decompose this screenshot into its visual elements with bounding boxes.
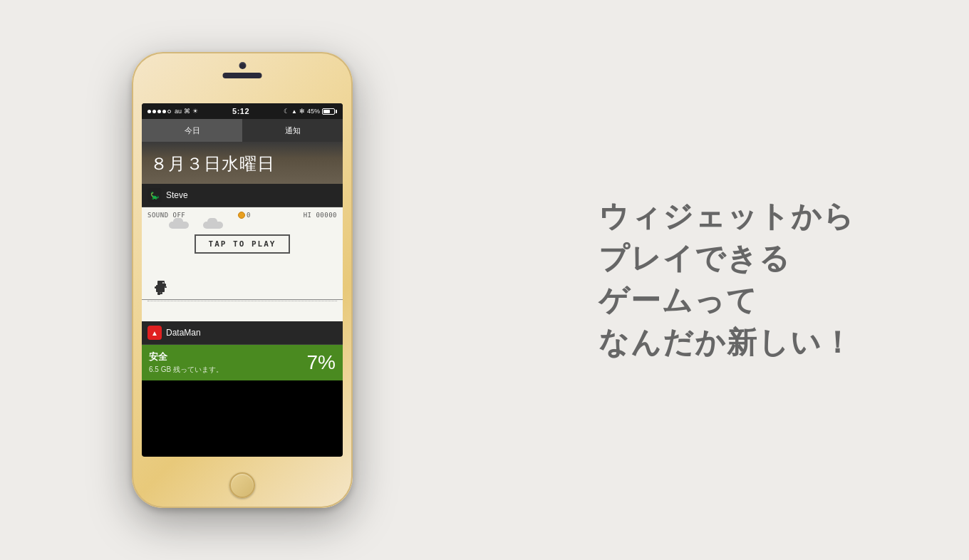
clock-display: 5:12 bbox=[232, 107, 249, 115]
signal-dot-1 bbox=[147, 110, 151, 113]
battery-tip bbox=[336, 110, 337, 113]
moon-icon: ☾ bbox=[284, 108, 289, 115]
svg-rect-4 bbox=[160, 292, 162, 294]
cloud-2 bbox=[203, 222, 223, 229]
date-area: ８月３日水曜日 bbox=[142, 142, 343, 184]
status-bar: au ⌘ ☀ 5:12 ☾ ▲ ✻ 45% bbox=[142, 103, 343, 119]
svg-rect-5 bbox=[155, 286, 157, 289]
tab-today[interactable]: 今日 bbox=[142, 119, 242, 142]
dino-game-area[interactable]: SOUND OFF 0 HI 00000 bbox=[142, 207, 343, 321]
tab-notification[interactable]: 通知 bbox=[242, 119, 343, 142]
tap-to-play-button[interactable]: TAP TO PLAY bbox=[195, 234, 291, 254]
carrier-label: au bbox=[175, 108, 182, 115]
phone-speaker bbox=[223, 73, 262, 78]
clouds-area bbox=[169, 222, 337, 229]
right-panel: ウィジェットから プレイできる ゲームって なんだか新しい！ bbox=[484, 167, 969, 392]
phone-wrapper: au ⌘ ☀ 5:12 ☾ ▲ ✻ 45% bbox=[0, 0, 484, 560]
location-icon: ▲ bbox=[291, 108, 297, 115]
phone-device: au ⌘ ☀ 5:12 ☾ ▲ ✻ 45% bbox=[132, 52, 353, 508]
dino-character bbox=[153, 279, 170, 299]
battery-fill bbox=[323, 110, 330, 113]
dataman-app-icon: ▲ bbox=[147, 326, 162, 340]
promo-line-3: ゲームって bbox=[598, 280, 855, 322]
phone-top-bar bbox=[223, 62, 262, 78]
dataman-sub-label: 6.5 GB 残っています。 bbox=[149, 365, 223, 375]
signal-dot-3 bbox=[157, 110, 161, 113]
phone-screen: au ⌘ ☀ 5:12 ☾ ▲ ✻ 45% bbox=[142, 103, 343, 457]
promo-text-block: ウィジェットから プレイできる ゲームって なんだか新しい！ bbox=[598, 196, 855, 363]
home-button[interactable] bbox=[229, 472, 255, 498]
ground-dots bbox=[142, 301, 343, 301]
battery-indicator bbox=[322, 108, 337, 115]
coin-display: 0 bbox=[238, 212, 251, 219]
promo-line-2: プレイできる bbox=[598, 238, 855, 280]
coin-count: 0 bbox=[247, 212, 251, 219]
dataman-icon-glyph: ▲ bbox=[151, 329, 158, 337]
promo-line-4: なんだか新しい！ bbox=[598, 322, 855, 364]
phone-camera bbox=[239, 62, 246, 69]
coin-icon bbox=[238, 212, 245, 219]
svg-rect-2 bbox=[156, 285, 165, 292]
svg-point-7 bbox=[162, 282, 164, 284]
dataman-status-label: 安全 bbox=[149, 351, 223, 363]
signal-dot-4 bbox=[162, 110, 166, 113]
date-display: ８月３日水曜日 bbox=[150, 152, 334, 175]
page-container: au ⌘ ☀ 5:12 ☾ ▲ ✻ 45% bbox=[0, 0, 969, 560]
nc-tabs[interactable]: 今日 通知 bbox=[142, 119, 343, 142]
battery-body bbox=[322, 108, 335, 115]
widget-dataman-header: ▲ DataMan bbox=[142, 321, 343, 345]
brightness-icon: ☀ bbox=[192, 108, 198, 115]
steve-icon-glyph: 🦕 bbox=[150, 192, 159, 199]
bluetooth-icon: ✻ bbox=[299, 108, 305, 115]
battery-percent: 45% bbox=[307, 108, 320, 115]
tap-to-play-container[interactable]: TAP TO PLAY bbox=[147, 234, 337, 254]
status-right: ☾ ▲ ✻ 45% bbox=[284, 108, 337, 115]
wifi-icon: ⌘ bbox=[184, 108, 190, 115]
promo-line-1: ウィジェットから bbox=[598, 196, 855, 238]
svg-rect-6 bbox=[165, 286, 167, 288]
svg-rect-3 bbox=[157, 292, 160, 295]
dataman-info: 安全 6.5 GB 残っています。 bbox=[149, 351, 223, 375]
signal-bars bbox=[147, 110, 171, 113]
signal-dot-2 bbox=[152, 110, 156, 113]
dataman-widget-title: DataMan bbox=[166, 328, 201, 338]
status-left: au ⌘ ☀ bbox=[147, 108, 198, 115]
hi-score: HI 00000 bbox=[304, 212, 337, 219]
widget-dataman: ▲ DataMan 安全 6.5 GB 残っています。 7% bbox=[142, 321, 343, 380]
widget-steve-header: 🦕 Steve bbox=[142, 184, 343, 207]
signal-dot-5 bbox=[167, 110, 171, 113]
cloud-1 bbox=[169, 222, 189, 229]
steve-widget-title: Steve bbox=[166, 190, 188, 200]
dataman-content: 安全 6.5 GB 残っています。 7% bbox=[142, 345, 343, 380]
widget-steve: 🦕 Steve SOUND OFF 0 HI 00000 bbox=[142, 184, 343, 321]
dataman-percent-value: 7% bbox=[307, 351, 336, 374]
ground-line bbox=[142, 299, 343, 300]
steve-app-icon: 🦕 bbox=[147, 188, 162, 202]
